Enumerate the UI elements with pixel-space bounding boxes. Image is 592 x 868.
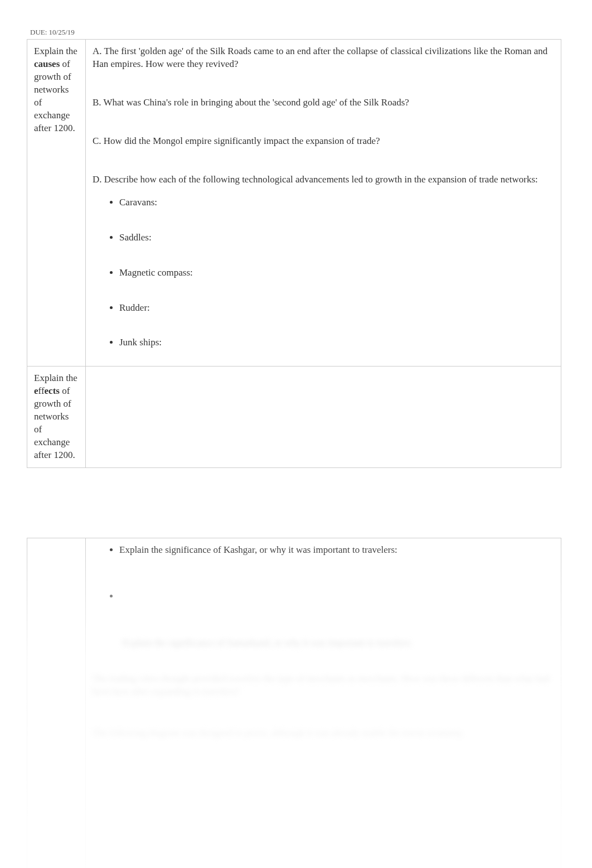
question-d: D. Describe how each of the following te… [93,173,554,186]
txt-bold: causes [34,59,60,69]
prompt-causes: Explain the causes of growth of networks… [27,40,86,367]
question-a: A. The first 'golden age' of the Silk Ro… [93,45,554,71]
document-page: DUE: 10/25/19 Explain the causes of grow… [0,0,592,868]
worksheet-table-bottom: Explain the significance of Kashgar, or … [27,538,561,868]
tech-item-caravans: Caravans: [119,196,554,209]
txt-b: ects [45,385,60,396]
question-b: B. What was China's role in bringing abo… [93,97,554,109]
lower-list: Explain the significance of Kashgar, or … [93,544,554,603]
lower-bullet-kashgar: Explain the significance of Kashgar, or … [119,544,554,557]
lower-section: Explain the significance of Kashgar, or … [27,538,561,868]
txt-b: e [34,385,38,396]
blurred-para-1: The trading cities thought provided trav… [93,672,554,699]
questions-cell-1: A. The first 'golden age' of the Silk Ro… [86,40,561,367]
tech-item-compass: Magnetic compass: [119,267,554,279]
txt: Explain the [34,373,77,383]
questions-cell-2 [86,367,561,468]
tech-item-rudder: Rudder: [119,302,554,315]
blurred-para-2: The following diagram was designed to pr… [93,726,554,740]
blurred-samarkand: Explain the significance of Samarkand, o… [93,636,554,650]
lower-left-cell [27,538,86,868]
tech-item-junk: Junk ships: [119,336,554,349]
page-gap [27,468,561,538]
tech-item-saddles: Saddles: [119,232,554,244]
question-c: C. How did the Mongol empire significant… [93,135,554,148]
txt: of growth of networks of exchange after … [34,59,75,133]
tech-list: Caravans: Saddles: Magnetic compass: Rud… [93,196,554,350]
worksheet-table-top: Explain the causes of growth of networks… [27,39,561,468]
lower-right-cell: Explain the significance of Kashgar, or … [86,538,561,868]
due-date: DUE: 10/25/19 [30,28,561,37]
prompt-effects: Explain the effects of growth of network… [27,367,86,468]
lower-bullet-empty [119,590,554,603]
txt: ff [38,385,45,396]
txt: Explain the [34,46,77,56]
txt: of growth of networks of exchange after … [34,385,75,460]
